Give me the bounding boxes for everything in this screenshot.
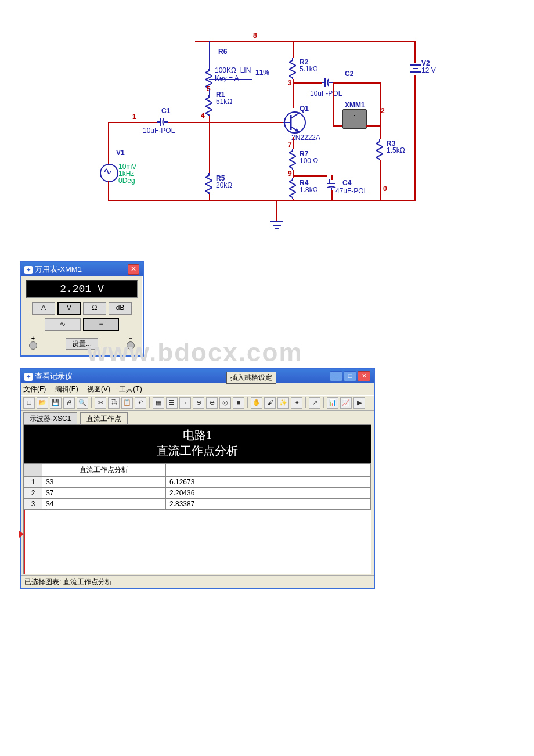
insert-tab-button[interactable]: 插入跳格设定 (226, 372, 276, 384)
c1-val: 10uF-POL (143, 127, 175, 135)
net-label-8: 8 (253, 31, 257, 39)
save-icon[interactable]: 💾 (50, 397, 62, 409)
row-value: 2.83387 (166, 499, 371, 510)
zoom-out-icon[interactable]: ⊖ (206, 397, 218, 409)
multimeter-titlebar[interactable]: ✦万用表-XMM1 ✕ (21, 262, 143, 276)
wire (168, 122, 209, 123)
table-row[interactable]: 3 $4 2.83387 (24, 499, 371, 510)
analysis-title: 电路1 直流工作点分析 (24, 425, 371, 463)
maximize-button[interactable]: □ (344, 371, 356, 381)
cut-icon[interactable]: ✂ (95, 397, 106, 409)
undo-icon[interactable]: ↶ (135, 397, 146, 409)
net-label-1: 1 (132, 113, 136, 121)
tab-dc-op[interactable]: 直流工作点 (80, 412, 128, 425)
menu-edit[interactable]: 编辑(E) (55, 385, 78, 393)
minimize-button[interactable]: _ (330, 371, 342, 381)
capacitor-icon (157, 116, 168, 128)
transistor-icon (282, 108, 308, 137)
chart2-icon[interactable]: 📈 (340, 397, 352, 409)
mode-v-button[interactable]: V (57, 302, 81, 315)
app-icon: ✦ (24, 373, 33, 381)
row-name: $3 (42, 477, 166, 488)
resistor-icon (205, 173, 212, 194)
wire (333, 82, 380, 84)
resistor-icon (289, 178, 296, 199)
paste-icon[interactable]: 📋 (121, 397, 133, 409)
q1-type: 2N2222A (291, 134, 320, 142)
r2-val: 5.1kΩ (300, 65, 318, 73)
wire (366, 125, 380, 127)
grapher-window[interactable]: ✦查看记录仪 _ □ ✕ 插入跳格设定 文件(F) 编辑(E) 视图(V) 工具… (20, 368, 375, 589)
c2-label: C2 (345, 70, 353, 78)
settings-button[interactable]: 设置... (66, 338, 98, 350)
svg-marker-9 (295, 128, 300, 132)
new-icon[interactable]: □ (23, 397, 35, 409)
grid-icon[interactable]: ▦ (153, 397, 164, 409)
cursor-icon[interactable]: ⫠ (179, 397, 191, 409)
export-icon[interactable]: ↗ (309, 397, 320, 409)
grapher-content: 电路1 直流工作点分析 直流工作点分析 1 $3 6.12673 2 $7 2.… (23, 424, 371, 574)
tab-oscilloscope[interactable]: 示波器-XSC1 (23, 412, 77, 425)
close-button[interactable]: ✕ (128, 264, 139, 275)
hand-icon[interactable]: ✋ (251, 397, 262, 409)
wire (331, 190, 333, 200)
v1-label: V1 (116, 149, 125, 157)
preview-icon[interactable]: 🔍 (77, 397, 88, 409)
wire (414, 75, 416, 189)
menu-view[interactable]: 视图(V) (87, 385, 110, 393)
r7-val: 100 Ω (300, 157, 318, 165)
row-name: $7 (42, 488, 166, 499)
multimeter-symbol[interactable] (342, 109, 367, 129)
open-icon[interactable]: 📂 (37, 397, 48, 409)
wire (293, 175, 327, 177)
copy-icon[interactable]: ⿻ (108, 397, 120, 409)
wire (209, 89, 210, 95)
pot-pct: 11% (255, 69, 269, 77)
terminal-plus-label: + (29, 334, 37, 341)
analysis-title-2: 直流工作点分析 (24, 443, 371, 459)
menu-tools[interactable]: 工具(T) (119, 385, 142, 393)
wire (108, 200, 416, 201)
row-marker-icon (19, 531, 24, 538)
chart3-icon[interactable]: ▶ (353, 397, 365, 409)
mode-ohm-button[interactable]: Ω (83, 302, 106, 315)
color-icon[interactable]: ■ (233, 397, 244, 409)
brush-icon[interactable]: 🖌 (264, 397, 276, 409)
menu-bar[interactable]: 文件(F) 编辑(E) 视图(V) 工具(T) (21, 383, 374, 395)
wire (414, 41, 416, 63)
table-row[interactable]: 1 $3 6.12673 (24, 477, 371, 488)
wire (209, 41, 210, 70)
resistor-icon (289, 58, 296, 79)
pot-label1: 100KΩ_LIN (215, 66, 251, 74)
mode-db-button[interactable]: dB (109, 302, 132, 315)
legend-icon[interactable]: ☰ (166, 397, 178, 409)
toolbar: □ 📂 💾 🖨 🔍 ✂ ⿻ 📋 ↶ ▦ ☰ ⫠ ⊕ ⊖ ◎ ■ ✋ 🖌 ✨ ✦ … (21, 395, 374, 411)
menu-file[interactable]: 文件(F) (23, 385, 46, 393)
wand1-icon[interactable]: ✨ (277, 397, 289, 409)
table-row[interactable]: 2 $7 2.20436 (24, 488, 371, 499)
wire (333, 125, 342, 127)
net-label-0: 0 (383, 185, 387, 193)
terminal-minus (127, 341, 135, 350)
col-header: 直流工作点分析 (42, 464, 166, 477)
wand2-icon[interactable]: ✦ (291, 397, 302, 409)
r6-label: R6 (218, 48, 227, 56)
wire (195, 41, 416, 42)
v1-phase: 0Deg (118, 177, 135, 185)
mode-dc-button[interactable]: − (83, 318, 119, 331)
mode-ac-button[interactable]: ∿ (45, 318, 81, 331)
chart1-icon[interactable]: 📊 (327, 397, 338, 409)
schematic-canvas[interactable]: 8 R6 100KΩ_LIN Key = A 11% 5 R1 51kΩ 4 R… (85, 35, 514, 250)
zoom-in-icon[interactable]: ⊕ (193, 397, 204, 409)
zoom-fit-icon[interactable]: ◎ (219, 397, 231, 409)
close-button[interactable]: ✕ (358, 371, 370, 381)
c4-label: C4 (342, 179, 351, 187)
mode-a-button[interactable]: A (32, 302, 55, 315)
wire (293, 199, 294, 201)
grapher-titlebar[interactable]: ✦查看记录仪 _ □ ✕ (21, 369, 374, 383)
wire (108, 122, 157, 123)
print-icon[interactable]: 🖨 (63, 397, 75, 409)
net-label-7: 7 (288, 141, 292, 149)
wire (293, 137, 294, 149)
multimeter-window[interactable]: ✦万用表-XMM1 ✕ 2.201 V A V Ω dB ∿ − + 设置...… (20, 261, 144, 357)
